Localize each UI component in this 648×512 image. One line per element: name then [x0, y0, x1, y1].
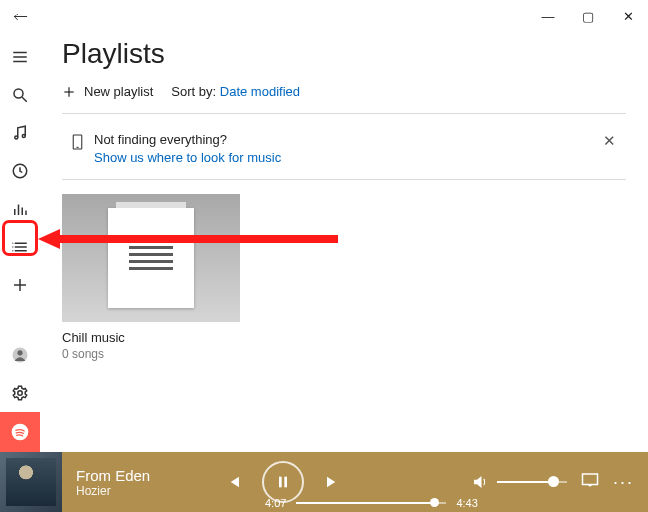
cast-icon[interactable]: [581, 472, 599, 492]
divider: [62, 113, 626, 114]
info-banner: Not finding everything? Show us where to…: [62, 124, 626, 180]
svg-line-4: [22, 97, 27, 102]
elapsed-time: 4:07: [265, 497, 286, 509]
recent-icon[interactable]: [0, 152, 40, 190]
track-meta[interactable]: From Eden Hozier: [62, 467, 202, 498]
info-link[interactable]: Show us where to look for music: [94, 150, 599, 165]
settings-icon[interactable]: [0, 374, 40, 412]
sort-by-label: Sort by:: [171, 84, 216, 99]
more-icon[interactable]: ···: [613, 472, 634, 493]
volume-control[interactable]: [471, 473, 567, 491]
playlist-thumbnail: [62, 194, 240, 322]
sort-by-value: Date modified: [220, 84, 300, 99]
volume-icon: [471, 473, 489, 491]
back-button[interactable]: 🡐: [0, 8, 40, 25]
track-title: From Eden: [76, 467, 188, 484]
playlist-count: 0 songs: [62, 347, 240, 361]
next-button[interactable]: [322, 471, 344, 493]
svg-point-21: [17, 350, 22, 355]
previous-button[interactable]: [222, 471, 244, 493]
progress-bar[interactable]: 4:07 4:43: [265, 497, 478, 509]
spotify-icon[interactable]: [0, 412, 40, 452]
new-playlist-button[interactable]: New playlist: [62, 84, 153, 99]
annotation-highlight: [2, 220, 38, 256]
hamburger-icon[interactable]: [0, 38, 40, 76]
title-bar: 🡐 — ▢ ✕: [0, 0, 648, 32]
add-icon[interactable]: [0, 266, 40, 304]
svg-rect-30: [279, 477, 282, 488]
toolbar: New playlist Sort by: Date modified: [62, 84, 626, 99]
svg-point-3: [14, 89, 23, 98]
svg-point-22: [18, 391, 23, 396]
maximize-button[interactable]: ▢: [568, 9, 608, 24]
duration-time: 4:43: [456, 497, 477, 509]
page-title: Playlists: [62, 38, 626, 70]
sort-by[interactable]: Sort by: Date modified: [171, 84, 300, 99]
playlist-name: Chill music: [62, 330, 240, 345]
track-artist: Hozier: [76, 484, 188, 498]
minimize-button[interactable]: —: [528, 9, 568, 24]
music-icon[interactable]: [0, 114, 40, 152]
svg-rect-32: [582, 474, 597, 485]
close-banner-button[interactable]: ✕: [599, 132, 620, 150]
album-art[interactable]: [0, 452, 62, 512]
device-icon: [68, 134, 86, 150]
svg-point-5: [15, 136, 18, 139]
main-content: Playlists New playlist Sort by: Date mod…: [40, 32, 648, 452]
svg-point-6: [22, 135, 25, 138]
new-playlist-label: New playlist: [84, 84, 153, 99]
close-window-button[interactable]: ✕: [608, 9, 648, 24]
playlist-card[interactable]: Chill music 0 songs: [62, 194, 240, 361]
info-heading: Not finding everything?: [94, 132, 227, 147]
playlist-grid: Chill music 0 songs: [62, 180, 626, 361]
svg-rect-31: [284, 477, 287, 488]
now-playing-bar: From Eden Hozier 4:07 4:43 ···: [0, 452, 648, 512]
account-icon[interactable]: [0, 336, 40, 374]
search-icon[interactable]: [0, 76, 40, 114]
